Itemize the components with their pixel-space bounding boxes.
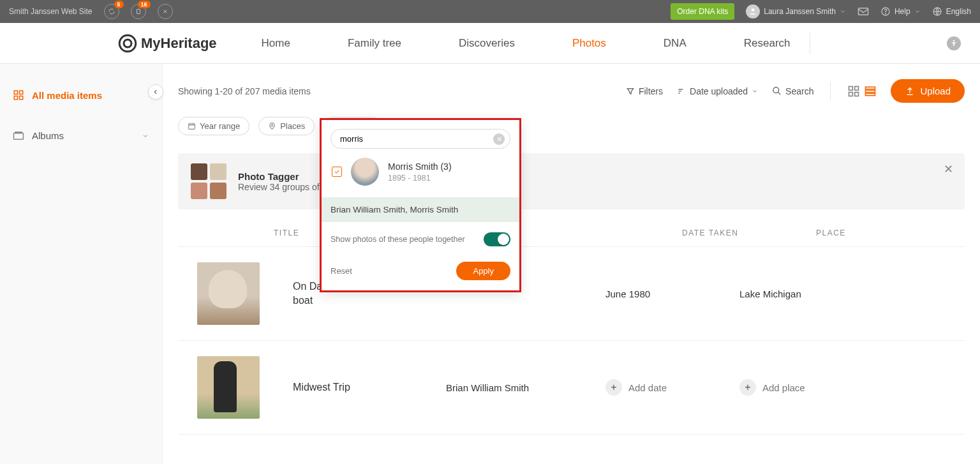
banner-thumbnails: [191, 163, 226, 199]
upload-button[interactable]: Upload: [891, 79, 965, 103]
nav-divider: [810, 33, 810, 54]
x-icon: [161, 8, 169, 15]
apply-button[interactable]: Apply: [456, 262, 510, 280]
clear-search-button[interactable]: ✕: [493, 133, 505, 145]
table-row[interactable]: Midwest Trip Brian William Smith + Add d…: [178, 341, 965, 435]
site-name[interactable]: Smith Janssen Web Site: [9, 7, 93, 16]
svg-rect-22: [866, 93, 875, 95]
person-checkbox[interactable]: [332, 167, 342, 177]
brand-logo[interactable]: MyHeritage: [118, 34, 217, 53]
table-row[interactable]: On Dave ar boat June 1980 Lake Michigan: [178, 247, 965, 341]
accessibility-icon[interactable]: [947, 36, 961, 50]
svg-rect-16: [849, 86, 853, 90]
third-icon-button[interactable]: [158, 4, 173, 19]
chevron-down-icon: [142, 132, 149, 140]
user-name-label: Laura Janssen Smith: [764, 7, 836, 16]
notifications-badge: 16: [138, 1, 151, 8]
plus-icon: +: [605, 379, 622, 396]
nav-photos[interactable]: Photos: [572, 37, 606, 50]
banner-close-button[interactable]: ✕: [944, 162, 953, 176]
search-button[interactable]: Search: [772, 86, 813, 96]
user-avatar-icon: [746, 4, 760, 19]
media-thumbnail[interactable]: [197, 356, 260, 419]
column-date: DATE TAKEN: [682, 228, 816, 237]
refresh-icon: [108, 8, 115, 15]
left-sidebar: All media items Albums: [0, 64, 163, 464]
svg-rect-0: [137, 10, 140, 14]
add-date-button[interactable]: + Add date: [605, 379, 667, 396]
sidebar-all-media-label: All media items: [32, 90, 102, 101]
svg-rect-13: [14, 133, 24, 139]
grid-view-icon[interactable]: [847, 85, 860, 98]
clipboard-icon: [135, 8, 142, 15]
banner-title: Photo Tagger: [238, 171, 320, 182]
svg-point-24: [271, 124, 273, 126]
column-place: PLACE: [816, 228, 946, 237]
filter-icon: [626, 87, 635, 96]
media-place: Lake Michigan: [739, 288, 946, 299]
upload-icon: [905, 86, 915, 96]
media-thumbnail[interactable]: [197, 262, 260, 325]
nav-family-tree[interactable]: Family tree: [348, 37, 401, 50]
sidebar-collapse-button[interactable]: [148, 84, 163, 100]
reset-button[interactable]: Reset: [330, 266, 352, 276]
chip-places[interactable]: Places: [258, 117, 315, 135]
photo-tagger-banner[interactable]: Photo Tagger Review 34 groups of ✕: [178, 153, 965, 209]
order-dna-button[interactable]: Order DNA kits: [671, 3, 734, 20]
pin-icon: [268, 122, 276, 130]
svg-rect-20: [866, 87, 875, 89]
search-icon: [772, 86, 782, 96]
nav-research[interactable]: Research: [744, 37, 791, 50]
chevron-down-icon: [840, 8, 846, 15]
people-search-field[interactable]: ✕: [330, 129, 510, 149]
svg-point-4: [885, 13, 886, 14]
sidebar-item-albums[interactable]: Albums: [0, 124, 162, 147]
list-view-icon[interactable]: [864, 85, 877, 98]
user-menu[interactable]: Laura Janssen Smith: [746, 4, 846, 19]
help-menu[interactable]: Help: [880, 6, 921, 17]
nav-dna[interactable]: DNA: [664, 37, 687, 50]
media-people: Brian William Smith: [446, 382, 605, 393]
language-menu[interactable]: English: [932, 6, 971, 17]
grid-icon: [13, 89, 24, 101]
chevron-left-icon: [152, 89, 159, 95]
calendar-icon: [188, 122, 196, 130]
media-title: Midwest Trip: [293, 380, 446, 394]
sidebar-item-all-media[interactable]: All media items: [0, 83, 162, 107]
svg-rect-12: [20, 96, 23, 100]
filters-button[interactable]: Filters: [626, 86, 663, 96]
person-result-dates: 1895 - 1981: [388, 174, 452, 183]
messages-button[interactable]: [858, 7, 869, 16]
nav-home[interactable]: Home: [262, 37, 290, 50]
notifications-icon-button[interactable]: 16: [131, 4, 146, 19]
people-result-row[interactable]: Morris Smith (3) 1895 - 1981: [330, 149, 510, 192]
accessibility-person-icon: [949, 39, 958, 48]
svg-point-6: [119, 35, 136, 52]
main-navbar: MyHeritage Home Family tree Discoveries …: [0, 23, 980, 64]
person-result-name: Morris Smith (3): [388, 161, 452, 172]
svg-point-1: [752, 8, 755, 11]
person-avatar: [351, 158, 379, 186]
chip-year-range[interactable]: Year range: [178, 117, 249, 135]
showing-count: Showing 1-20 of 207 media items: [178, 86, 311, 96]
sort-button[interactable]: Date uploaded: [677, 86, 758, 96]
sync-badge: 5: [114, 1, 124, 8]
myheritage-logo-icon: [118, 34, 137, 53]
svg-rect-21: [866, 90, 875, 92]
together-toggle[interactable]: [484, 232, 510, 246]
svg-rect-19: [855, 92, 859, 96]
banner-subtitle: Review 34 groups of: [238, 182, 320, 192]
top-utility-bar: Smith Janssen Web Site 5 16 Order DNA ki…: [0, 0, 980, 23]
check-icon: [334, 168, 340, 175]
add-place-button[interactable]: + Add place: [739, 379, 805, 396]
sidebar-albums-label: Albums: [32, 130, 64, 141]
nav-discoveries[interactable]: Discoveries: [459, 37, 515, 50]
svg-point-15: [773, 87, 779, 93]
svg-rect-11: [14, 96, 17, 100]
media-date: June 1980: [605, 288, 739, 299]
chevron-down-icon: [914, 8, 921, 15]
people-search-input[interactable]: [340, 134, 488, 144]
sync-icon-button[interactable]: 5: [104, 4, 119, 19]
svg-point-7: [124, 40, 131, 47]
svg-rect-14: [15, 132, 22, 133]
